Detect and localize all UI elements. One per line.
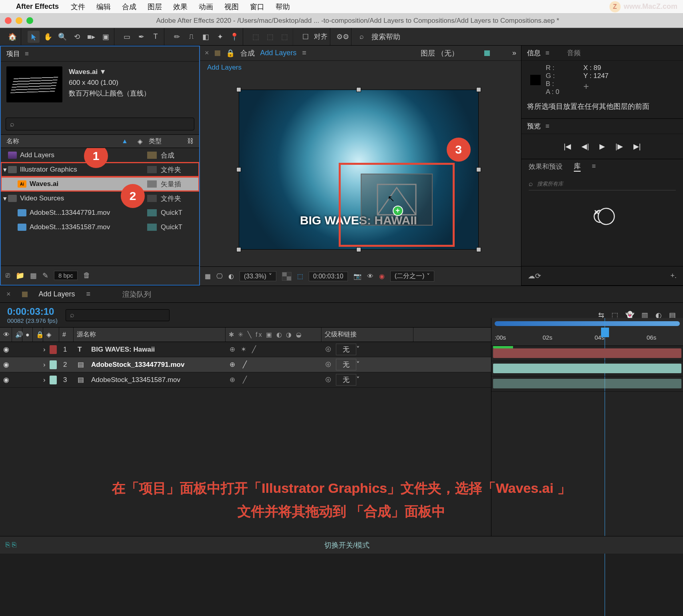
track-clip[interactable] (491, 346, 683, 361)
render-queue-tab[interactable]: 渲染队列 (122, 290, 151, 299)
handle-icon[interactable] (476, 87, 481, 92)
toggle-switches-label[interactable]: 切换开关/模式 (324, 540, 369, 550)
eraser-tool-icon[interactable]: ◧ (200, 31, 212, 43)
color-settings-icon[interactable]: ✎ (42, 271, 48, 280)
current-time[interactable]: 0:00:03:10 (309, 272, 348, 281)
library-search-input[interactable] (536, 180, 676, 187)
disclosure-icon[interactable]: ▾ (3, 166, 8, 174)
interpret-icon[interactable]: ⎚ (6, 271, 10, 280)
parent-dropdown[interactable]: 无 (336, 359, 356, 370)
tree-row-mov-2[interactable]: AdobeSt...133451587.mov QuickT (1, 220, 199, 234)
handle-icon[interactable] (476, 247, 481, 252)
lock-header-icon[interactable]: 🔒 (33, 328, 43, 342)
project-search[interactable]: ⌕ (6, 118, 194, 130)
rect-tool-icon[interactable]: ▭ (121, 31, 133, 43)
menu-window[interactable]: 窗口 (250, 2, 264, 12)
label-swatch[interactable] (147, 152, 157, 159)
show-snapshot-icon[interactable]: 👁 (367, 273, 373, 280)
track-clip[interactable] (491, 376, 683, 392)
track-clip[interactable] (491, 361, 683, 376)
menu-layer[interactable]: 图层 (148, 2, 162, 12)
orbit-tool-icon[interactable]: ⟲ (71, 31, 83, 43)
camera-tool-icon[interactable]: ■▸ (85, 31, 97, 43)
menu-edit[interactable]: 编辑 (96, 2, 111, 12)
visibility-toggle-icon[interactable]: ◉ (0, 342, 9, 357)
tree-row-mov-1[interactable]: AdobeSt...133447791.mov QuickT (1, 206, 199, 220)
new-comp-icon[interactable]: ▦ (30, 271, 37, 280)
handle-icon[interactable] (356, 247, 361, 252)
visibility-toggle-icon[interactable]: ◉ (0, 357, 9, 372)
menu-effect[interactable]: 效果 (173, 2, 188, 12)
cloud-sync-icon[interactable]: ☁⟳ (528, 272, 541, 280)
new-folder-icon[interactable]: 📁 (16, 271, 24, 280)
first-frame-icon[interactable]: |◀ (564, 142, 571, 151)
play-icon[interactable]: ▶ (599, 142, 605, 151)
transparency-icon[interactable] (282, 272, 292, 281)
prev-frame-icon[interactable]: ◀| (581, 142, 589, 151)
layer-name[interactable]: AdobeStock_133447791.mov (88, 357, 226, 372)
snapshot-icon[interactable]: 📷 (353, 272, 361, 280)
menu-file[interactable]: 文件 (71, 2, 85, 12)
comp-viewer[interactable]: BIG WAVES: HAWAII + ↖ 3 (200, 74, 521, 266)
timecode[interactable]: 0:00:03:10 (7, 306, 58, 317)
handle-icon[interactable] (236, 167, 241, 172)
text-tool-icon[interactable]: T (150, 31, 162, 43)
source-name-header[interactable]: 源名称 (74, 328, 226, 342)
search-help-label[interactable]: 搜索帮助 (371, 32, 400, 42)
label-swatch[interactable] (147, 209, 157, 216)
header-label-icon[interactable]: ◈ (138, 138, 149, 145)
align-label[interactable]: 对齐 (314, 32, 328, 41)
comp-crumb-sub[interactable]: Add Layers (200, 61, 521, 74)
switches-header[interactable]: ✱ ✳ ╲ fx ▣ ◐ ◑ ◒ (226, 328, 322, 342)
roto-tool-icon[interactable]: ✦ (214, 31, 226, 43)
panel-menu-icon[interactable]: ≡ (592, 162, 596, 170)
grid-icon[interactable]: ▦ (205, 272, 211, 280)
layer-name[interactable]: BIG WAVES: Hawaii (88, 342, 226, 357)
label-swatch[interactable] (147, 224, 157, 231)
parent-link-icon[interactable]: ⦾ (322, 372, 333, 387)
handle-icon[interactable] (236, 87, 241, 92)
brush-tool-icon[interactable]: ✏ (171, 31, 183, 43)
close-tab-icon[interactable]: × (6, 290, 11, 298)
solo-header-icon[interactable]: ● (22, 328, 33, 342)
parent-dropdown[interactable]: 无 (336, 344, 356, 355)
disclosure-icon[interactable]: › (40, 342, 46, 357)
pin-tool-icon[interactable]: 📍 (228, 31, 240, 43)
effects-presets-tab[interactable]: 效果和预设 (529, 162, 563, 171)
next-frame-icon[interactable]: |▶ (615, 142, 623, 151)
display-icon[interactable]: 🖵 (216, 273, 223, 280)
parent-dropdown[interactable]: 无 (336, 374, 356, 386)
header-link-icon[interactable]: ⛓ (187, 138, 194, 145)
zoom-window-icon[interactable] (26, 17, 33, 24)
label-swatch[interactable] (147, 195, 157, 202)
stamp-tool-icon[interactable]: ⎍ (185, 31, 197, 43)
audio-header-icon[interactable]: 🔊 (12, 328, 22, 342)
lock-icon[interactable]: 🔒 (226, 49, 235, 58)
project-search-input[interactable] (14, 121, 190, 128)
header-name[interactable]: 名称 (6, 137, 122, 146)
preview-tab[interactable]: 预览 (527, 122, 541, 131)
last-frame-icon[interactable]: ▶| (633, 142, 641, 151)
panel-menu-icon[interactable]: ≡ (86, 290, 91, 298)
snap-checkbox-icon[interactable]: ☐ (300, 31, 312, 43)
region-icon[interactable]: ⬚ (297, 272, 303, 280)
channel-icon[interactable]: ◉ (379, 272, 385, 280)
asset-name[interactable]: Waves.ai ▼ (69, 66, 150, 77)
panel-menu-icon[interactable]: ≡ (545, 49, 549, 57)
settings-icon[interactable]: ⚙⚙ (337, 31, 349, 43)
tree-row-waves-ai[interactable]: Ai Waves.ai 矢量插 (1, 177, 199, 191)
selection-tool-icon[interactable] (28, 31, 40, 43)
tree-row-folder-video[interactable]: ▾ Video Sources 文件夹 (1, 191, 199, 206)
handle-icon[interactable] (476, 167, 481, 172)
parent-header[interactable]: 父级和链接 (322, 328, 413, 342)
parent-link-icon[interactable]: ⦾ (322, 342, 333, 357)
info-tab[interactable]: 信息 (527, 48, 541, 58)
home-icon[interactable]: 🏠 (6, 31, 18, 43)
add-library-icon[interactable]: +. (670, 272, 677, 280)
hand-tool-icon[interactable]: ✋ (42, 31, 54, 43)
visibility-header-icon[interactable]: 👁 (0, 328, 12, 342)
timeline-search[interactable]: ⌕ (66, 309, 170, 321)
pen-tool-icon[interactable]: ✒ (135, 31, 147, 43)
layer-color-chip[interactable] (50, 376, 57, 384)
menu-animation[interactable]: 动画 (199, 2, 213, 12)
